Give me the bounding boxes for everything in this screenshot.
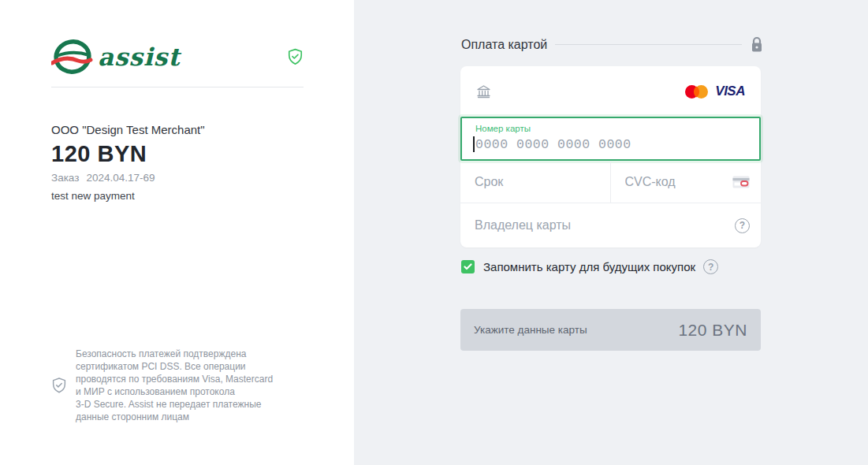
payment-section-title: Оплата картой <box>461 38 547 52</box>
order-comment: test new payment <box>51 190 135 202</box>
remember-help-icon[interactable]: ? <box>703 259 718 274</box>
assist-logo-mark <box>51 37 95 76</box>
remember-card-checkbox[interactable] <box>461 260 475 273</box>
cardholder-help-icon[interactable]: ? <box>735 218 750 233</box>
assist-logo: assist <box>51 37 181 76</box>
mastercard-icon <box>684 84 709 99</box>
header-divider-line <box>555 44 742 45</box>
expiry-input[interactable] <box>475 175 610 189</box>
cvc-field[interactable] <box>611 161 762 203</box>
cvc-card-hint-icon <box>732 176 750 188</box>
remember-card-row: Запомнить карту для будущих покупок ? <box>461 259 718 274</box>
checkmark-icon <box>464 263 472 270</box>
submit-payment-button[interactable]: Укажите данные карты 120 BYN <box>460 309 761 351</box>
payment-section-header: Оплата картой <box>461 36 764 53</box>
assist-logo-text: assist <box>98 43 181 71</box>
shield-check-icon-gray <box>51 377 67 394</box>
divider <box>51 87 304 87</box>
expiry-field[interactable] <box>460 161 611 203</box>
lock-icon <box>750 36 764 53</box>
card-number-input[interactable] <box>475 137 736 152</box>
order-line: Заказ 2024.04.17-69 <box>51 172 155 184</box>
order-id: 2024.04.17-69 <box>86 172 155 184</box>
visa-icon: VISA <box>715 84 745 99</box>
cardholder-field[interactable]: ? <box>460 203 761 247</box>
text-caret <box>473 136 475 152</box>
security-note-text: Безопасность платежей подтверждена серти… <box>76 348 273 423</box>
cvc-input[interactable] <box>625 175 733 189</box>
security-note: Безопасность платежей подтверждена серти… <box>51 348 296 423</box>
card-icons-row: VISA <box>460 66 761 117</box>
order-amount: 120 BYN <box>51 141 147 167</box>
remember-card-label: Запомнить карту для будущих покупок <box>483 260 695 273</box>
shield-check-icon-green <box>287 48 304 65</box>
card-number-field[interactable]: Номер карты <box>460 117 761 161</box>
card-number-label: Номер карты <box>475 124 531 133</box>
order-summary-panel: assist ООО "Design Test Merchant" 120 BY… <box>0 0 354 465</box>
submit-button-amount: 120 BYN <box>678 321 747 340</box>
brand-row: assist <box>51 37 304 76</box>
order-label: Заказ <box>51 172 79 184</box>
cardholder-input[interactable] <box>475 218 735 232</box>
bank-icon <box>476 84 491 99</box>
payment-form-panel: Оплата картой <box>354 0 868 465</box>
submit-button-label: Укажите данные карты <box>474 324 587 336</box>
expiry-cvc-row <box>460 161 761 203</box>
merchant-name: ООО "Design Test Merchant" <box>51 123 205 136</box>
card-brand-logos: VISA <box>684 84 745 99</box>
card-form: VISA Номер карты <box>460 66 761 247</box>
payment-page: assist ООО "Design Test Merchant" 120 BY… <box>0 0 868 465</box>
